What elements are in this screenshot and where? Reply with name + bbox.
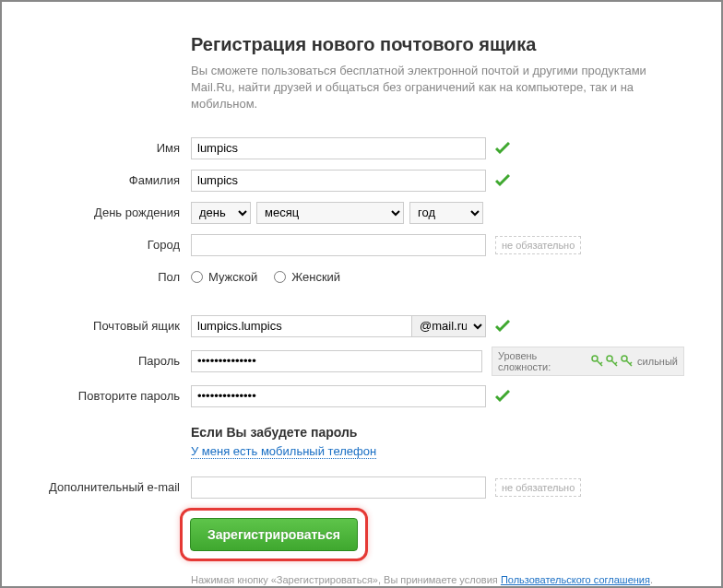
birthday-day-select[interactable]: день — [191, 202, 251, 224]
password-input[interactable] — [191, 350, 482, 372]
domain-select[interactable]: @mail.ru — [412, 315, 486, 337]
birthday-label: День рождения — [39, 206, 191, 219]
city-label: Город — [39, 238, 191, 252]
extra-email-input[interactable] — [191, 476, 486, 499]
page-subtitle: Вы сможете пользоваться бесплатной элект… — [191, 63, 684, 113]
lastname-label: Фамилия — [39, 173, 191, 187]
birthday-year-select[interactable]: год — [409, 202, 483, 224]
password-label: Пароль — [39, 354, 191, 368]
key-icon — [591, 355, 604, 368]
highlight-annotation: Зарегистрироваться — [180, 508, 368, 561]
lastname-input[interactable] — [191, 170, 486, 192]
gender-male-radio[interactable] — [191, 271, 203, 283]
check-icon — [495, 319, 510, 334]
city-input[interactable] — [191, 234, 486, 256]
gender-male-option[interactable]: Мужской — [191, 270, 257, 284]
check-icon — [495, 173, 510, 188]
mobile-phone-link[interactable]: У меня есть мобильный телефон — [191, 444, 376, 459]
check-icon — [495, 389, 510, 404]
forgot-password-title: Если Вы забудете пароль — [191, 425, 684, 440]
key-icon — [621, 355, 634, 368]
password-strength-badge: Уровень сложности: сильный — [492, 347, 684, 376]
birthday-month-select[interactable]: месяц — [256, 202, 404, 224]
gender-female-radio[interactable] — [274, 271, 286, 283]
mailbox-input[interactable] — [191, 315, 412, 337]
register-button[interactable]: Зарегистрироваться — [190, 518, 358, 551]
password-repeat-input[interactable] — [191, 385, 486, 407]
page-title: Регистрация нового почтового ящика — [191, 34, 684, 55]
firstname-label: Имя — [39, 141, 191, 155]
optional-badge: не обязательно — [495, 236, 581, 254]
password-repeat-label: Повторите пароль — [39, 389, 191, 403]
gender-label: Пол — [39, 270, 191, 284]
user-agreement-link[interactable]: Пользовательского соглашения — [501, 574, 650, 585]
extra-email-label: Дополнительный e-mail — [39, 480, 191, 494]
gender-female-option[interactable]: Женский — [274, 270, 340, 284]
mailbox-label: Почтовый ящик — [39, 319, 191, 333]
key-icon — [606, 355, 619, 368]
legal-text: Нажимая кнопку «Зарегистрироваться», Вы … — [191, 574, 684, 585]
firstname-input[interactable] — [191, 137, 486, 159]
optional-badge: не обязательно — [495, 478, 581, 497]
check-icon — [495, 141, 510, 156]
